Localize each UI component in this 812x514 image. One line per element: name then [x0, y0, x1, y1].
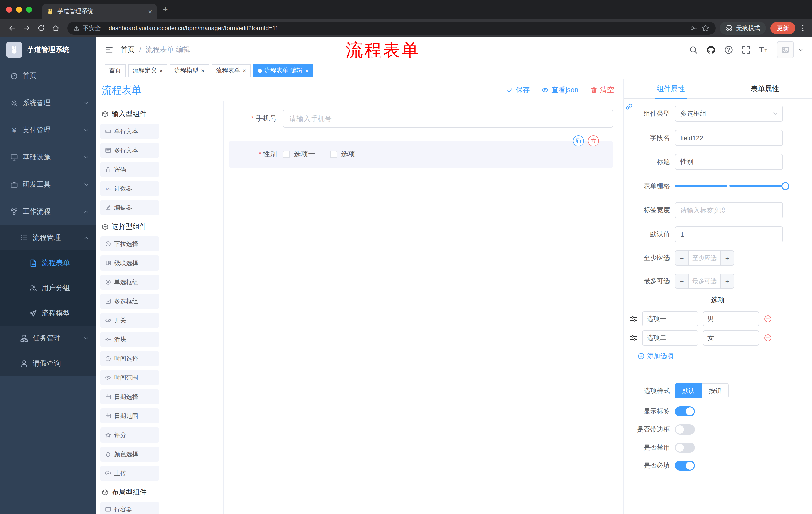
- palette-item-time-picker[interactable]: 时间选择: [100, 351, 159, 366]
- sidebar-item-payment[interactable]: ¥ 支付管理: [0, 117, 96, 144]
- not-secure-warning-icon[interactable]: [74, 25, 79, 31]
- link-icon[interactable]: [625, 103, 633, 111]
- palette-item-upload[interactable]: 上传: [100, 466, 159, 481]
- style-button-button[interactable]: 按钮: [702, 383, 729, 398]
- browser-menu-icon[interactable]: [799, 24, 807, 32]
- tag-close-icon[interactable]: ×: [305, 67, 309, 74]
- option-2-label-input[interactable]: [642, 330, 698, 346]
- decrease-button[interactable]: −: [675, 274, 688, 288]
- sidebar-item-leave-query[interactable]: 请假查询: [0, 351, 96, 376]
- palette-item-rate[interactable]: 评分: [100, 428, 159, 442]
- required-switch[interactable]: [675, 461, 695, 471]
- menu-fold-icon[interactable]: [105, 45, 114, 54]
- option-1-label-input[interactable]: [642, 311, 698, 326]
- tag-process-form-edit[interactable]: 流程表单-编辑 ×: [253, 64, 313, 77]
- copy-field-button[interactable]: [573, 135, 584, 146]
- palette-item-slider[interactable]: 滑块: [100, 332, 159, 347]
- phone-input[interactable]: [283, 110, 613, 128]
- search-icon[interactable]: [689, 45, 698, 54]
- palette-item-cascader[interactable]: 级联选择: [100, 255, 159, 271]
- address-bar[interactable]: 不安全 dashboard.yudao.iocoder.cn/bpm/manag…: [67, 22, 716, 35]
- disabled-switch[interactable]: [675, 442, 695, 453]
- palette-item-color-picker[interactable]: 颜色选择: [100, 447, 159, 462]
- font-size-icon[interactable]: TT: [759, 45, 768, 54]
- palette-item-switch[interactable]: 开关: [100, 313, 159, 328]
- help-icon[interactable]: [724, 45, 733, 54]
- sidebar-item-process-management[interactable]: 流程管理: [0, 225, 96, 250]
- show-label-switch[interactable]: [675, 406, 695, 416]
- palette-item-multi-line-text[interactable]: 多行文本: [100, 143, 159, 158]
- tag-process-definition[interactable]: 流程定义 ×: [128, 64, 167, 77]
- canvas-field-gender[interactable]: *性别 选项一 选项二: [229, 141, 613, 168]
- form-grid-slider[interactable]: [675, 178, 785, 194]
- new-tab-button[interactable]: +: [163, 4, 168, 15]
- remove-option-button[interactable]: [764, 315, 772, 323]
- tag-process-model[interactable]: 流程模型 ×: [170, 64, 209, 77]
- palette-item-date-picker[interactable]: 日期选择: [100, 389, 159, 404]
- sidebar-item-system[interactable]: 系统管理: [0, 89, 96, 117]
- add-option-link[interactable]: 添加选项: [638, 352, 812, 360]
- palette-item-single-line-text[interactable]: 单行文本: [100, 124, 159, 139]
- sidebar-item-dev-tools[interactable]: 研发工具: [0, 171, 96, 198]
- component-type-select[interactable]: 多选框组: [675, 106, 783, 122]
- avatar-caret-icon[interactable]: [798, 47, 804, 53]
- breadcrumb-home[interactable]: 首页: [121, 45, 135, 54]
- sidebar-item-user-group[interactable]: 用户分组: [0, 276, 96, 301]
- browser-update-button[interactable]: 更新: [770, 22, 795, 34]
- clear-button[interactable]: 清空: [590, 85, 614, 94]
- sidebar-item-process-form[interactable]: 流程表单: [0, 250, 96, 276]
- browser-tab[interactable]: 芋道管理系统 ×: [42, 3, 157, 19]
- increase-button[interactable]: +: [721, 251, 734, 265]
- max-select-value[interactable]: 最多可选: [688, 274, 721, 288]
- sidebar-item-workflow[interactable]: 工作流程: [0, 198, 96, 225]
- tag-close-icon[interactable]: ×: [243, 67, 246, 74]
- tag-process-form[interactable]: 流程表单 ×: [211, 64, 251, 77]
- tab-component-props[interactable]: 组件属性: [624, 79, 718, 98]
- avatar[interactable]: [777, 41, 794, 58]
- default-value-input[interactable]: [675, 226, 783, 242]
- option-1-value-input[interactable]: [703, 311, 759, 326]
- label-width-input[interactable]: [675, 202, 783, 218]
- save-button[interactable]: 保存: [506, 85, 530, 94]
- tag-close-icon[interactable]: ×: [159, 67, 163, 74]
- gender-option-2-checkbox[interactable]: 选项二: [330, 150, 362, 159]
- delete-field-button[interactable]: [588, 135, 599, 146]
- window-minimize-button[interactable]: [16, 6, 22, 12]
- palette-item-checkbox-group[interactable]: 多选框组: [100, 294, 159, 309]
- fullscreen-icon[interactable]: [742, 45, 751, 54]
- palette-item-select[interactable]: 下拉选择: [100, 236, 159, 251]
- window-zoom-button[interactable]: [26, 6, 32, 12]
- gender-option-1-checkbox[interactable]: 选项一: [283, 150, 315, 159]
- remove-option-button[interactable]: [764, 334, 772, 342]
- window-close-button[interactable]: [6, 6, 12, 12]
- sidebar-item-task-management[interactable]: 任务管理: [0, 326, 96, 351]
- home-button[interactable]: [52, 24, 60, 32]
- sidebar-item-infrastructure[interactable]: 基础设施: [0, 144, 96, 171]
- drag-handle-icon[interactable]: [630, 315, 638, 323]
- drag-handle-icon[interactable]: [630, 334, 638, 342]
- forward-button[interactable]: [22, 24, 30, 32]
- sidebar-item-home[interactable]: 首页: [0, 62, 96, 89]
- palette-item-date-range[interactable]: 日期范围: [100, 408, 159, 424]
- tag-close-icon[interactable]: ×: [201, 67, 204, 74]
- back-button[interactable]: [8, 24, 16, 32]
- palette-item-row-container[interactable]: 行容器: [100, 502, 159, 514]
- palette-item-editor[interactable]: 编辑器: [100, 200, 159, 215]
- option-2-value-input[interactable]: [703, 330, 759, 346]
- sidebar-item-process-model[interactable]: 流程模型: [0, 301, 96, 326]
- canvas-field-phone[interactable]: *手机号: [229, 110, 613, 128]
- slider-handle[interactable]: [781, 182, 789, 190]
- reload-button[interactable]: [37, 24, 45, 32]
- palette-item-password[interactable]: 密码: [100, 162, 159, 177]
- bookmark-star-icon[interactable]: [701, 24, 709, 32]
- title-input[interactable]: [675, 154, 783, 170]
- style-default-button[interactable]: 默认: [675, 383, 702, 398]
- increase-button[interactable]: +: [721, 274, 734, 288]
- tab-close-icon[interactable]: ×: [148, 7, 152, 15]
- view-json-button[interactable]: 查看json: [542, 85, 578, 94]
- with-border-switch[interactable]: [675, 425, 695, 435]
- palette-item-time-range[interactable]: 时间范围: [100, 370, 159, 385]
- github-icon[interactable]: [706, 45, 716, 54]
- tab-form-props[interactable]: 表单属性: [718, 79, 812, 98]
- palette-item-radio-group[interactable]: 单选框组: [100, 275, 159, 290]
